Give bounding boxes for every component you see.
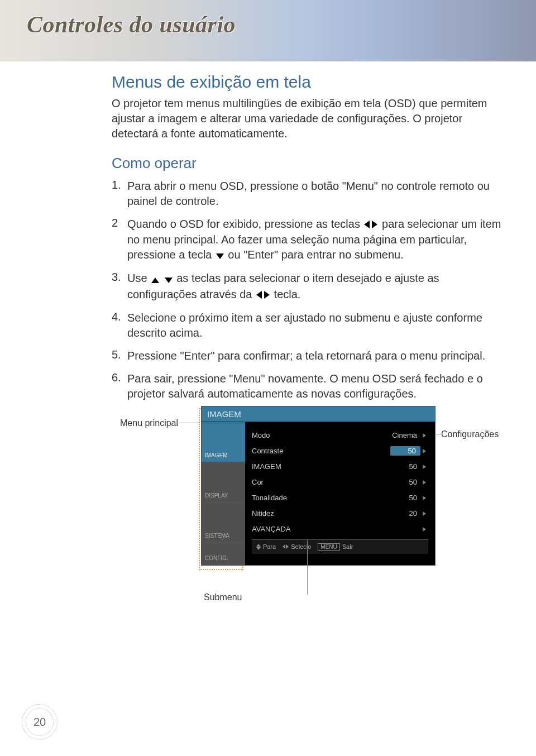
osd-setting-label: Nitidez xyxy=(252,509,390,518)
header-banner: Controles do usuário xyxy=(0,0,536,61)
page-title: Controles do usuário xyxy=(27,11,236,38)
chevron-right-icon xyxy=(420,525,428,533)
osd-row-avancada[interactable]: AVANÇADA xyxy=(252,521,428,537)
step-text: Quando o OSD for exibido, pressione as t… xyxy=(127,217,502,263)
left-arrow-icon xyxy=(283,544,285,549)
howto-title: Como operar xyxy=(112,155,502,172)
callout-main-menu: Menu principal xyxy=(120,418,178,428)
right-arrow-icon xyxy=(264,288,270,303)
step-number: 4. xyxy=(112,310,127,341)
step-4: 4. Selecione o próximo item a ser ajusta… xyxy=(112,310,502,341)
step-text: Pressione "Enter" para confirmar; a tela… xyxy=(127,348,485,363)
footer-label: Selecio xyxy=(291,543,311,550)
osd-sidebar: IMAGEM DISPLAY SISTEMA CONFIG. xyxy=(202,422,245,565)
left-arrow-icon xyxy=(364,217,370,232)
callout-settings: Configurações xyxy=(441,429,499,439)
osd-row-tonalidade[interactable]: Tonalidade 50 xyxy=(252,490,428,506)
callout-line xyxy=(179,423,200,423)
step-3: 3. Use as teclas para selecionar o item … xyxy=(112,271,502,302)
osd-setting-label: Tonalidade xyxy=(252,494,390,502)
intro-text: O projetor tem menus multilingües de exi… xyxy=(112,96,502,141)
step-number: 5. xyxy=(112,348,127,363)
osd-setting-value: 50 xyxy=(390,478,420,486)
osd-setting-label: IMAGEM xyxy=(252,462,390,471)
osd-row-nitidez[interactable]: Nitidez 20 xyxy=(252,506,428,521)
step-number: 6. xyxy=(112,371,127,401)
up-arrow-icon xyxy=(151,272,159,287)
up-arrow-icon xyxy=(256,544,261,547)
step-number: 3. xyxy=(112,271,127,302)
osd-setting-value: 50 xyxy=(390,446,420,456)
step-number: 1. xyxy=(112,179,127,209)
page-number: 20 xyxy=(22,705,57,739)
osd-footer: Para Selecio MENU Sair xyxy=(252,539,428,554)
osd-row-imagem[interactable]: IMAGEM 50 xyxy=(252,459,428,475)
osd-setting-value: Cinema xyxy=(390,431,420,439)
osd-settings-panel: Modo Cinema Contraste 50 IMAGEM 50 xyxy=(245,422,435,565)
chevron-right-icon xyxy=(420,478,428,486)
osd-screenshot: IMAGEM IMAGEM DISPLAY SISTEMA CONFIG. Mo… xyxy=(201,406,436,566)
osd-tab-display[interactable]: DISPLAY xyxy=(202,462,245,503)
step-text: Use as teclas para selecionar o item des… xyxy=(127,271,502,302)
section-title: Menus de exibição em tela xyxy=(112,73,502,92)
segment: ou "Enter" para entrar no submenu. xyxy=(228,248,403,261)
content-area: Menus de exibição em tela O projetor tem… xyxy=(0,61,536,566)
step-2: 2 Quando o OSD for exibido, pressione as… xyxy=(112,217,502,263)
step-text: Para abrir o menu OSD, pressione o botão… xyxy=(127,179,502,209)
page-number-value: 20 xyxy=(34,716,46,729)
chevron-right-icon xyxy=(420,447,428,455)
right-arrow-icon xyxy=(372,217,377,232)
osd-tab-imagem[interactable]: IMAGEM xyxy=(202,422,245,462)
osd-setting-label: AVANÇADA xyxy=(252,525,390,533)
chevron-right-icon xyxy=(420,431,428,439)
callout-line xyxy=(307,540,308,595)
segment: tecla. xyxy=(274,288,301,300)
step-6: 6. Para sair, pressione "Menu" novamente… xyxy=(112,371,502,401)
chevron-right-icon xyxy=(420,462,428,471)
left-arrow-icon xyxy=(256,288,262,303)
osd-setting-value: 20 xyxy=(390,509,420,518)
segment: Use xyxy=(127,272,150,284)
osd-row-cor[interactable]: Cor 50 xyxy=(252,475,428,490)
step-number: 2 xyxy=(112,217,127,263)
step-5: 5. Pressione "Enter" para confirmar; a t… xyxy=(112,348,502,363)
osd-setting-value: 50 xyxy=(390,494,420,502)
footer-label: Para xyxy=(263,543,276,550)
osd-tab-sistema[interactable]: SISTEMA xyxy=(202,503,245,543)
right-arrow-icon xyxy=(286,544,289,549)
down-arrow-icon xyxy=(216,248,224,263)
segment: Quando o OSD for exibido, pressione as t… xyxy=(127,218,363,230)
osd-diagram: Menu principal Configurações IMAGEM IMAG… xyxy=(95,406,497,566)
footer-menu-exit: MENU Sair xyxy=(318,543,353,551)
step-1: 1. Para abrir o menu OSD, pressione o bo… xyxy=(112,179,502,209)
chevron-right-icon xyxy=(420,494,428,502)
callout-submenu: Submenu xyxy=(204,592,242,602)
osd-setting-label: Contraste xyxy=(252,447,390,455)
osd-setting-value: 50 xyxy=(390,462,420,471)
osd-setting-label: Cor xyxy=(252,478,390,486)
step-text: Para sair, pressione "Menu" novamente. O… xyxy=(127,371,502,401)
osd-row-contraste[interactable]: Contraste 50 xyxy=(252,443,428,459)
chevron-right-icon xyxy=(420,509,428,518)
step-text: Selecione o próximo item a ser ajustado … xyxy=(127,310,502,341)
steps-list: 1. Para abrir o menu OSD, pressione o bo… xyxy=(112,179,502,401)
osd-header: IMAGEM xyxy=(202,406,435,422)
menu-key-icon: MENU xyxy=(318,543,339,551)
down-arrow-icon xyxy=(165,272,173,287)
osd-body: IMAGEM DISPLAY SISTEMA CONFIG. Modo Cine… xyxy=(202,422,435,565)
osd-row-modo[interactable]: Modo Cinema xyxy=(252,428,428,443)
down-arrow-icon xyxy=(256,547,261,550)
footer-nav-updown: Para xyxy=(256,543,276,550)
footer-label: Sair xyxy=(342,543,353,550)
osd-setting-label: Modo xyxy=(252,431,390,439)
osd-tab-config[interactable]: CONFIG. xyxy=(202,543,245,565)
